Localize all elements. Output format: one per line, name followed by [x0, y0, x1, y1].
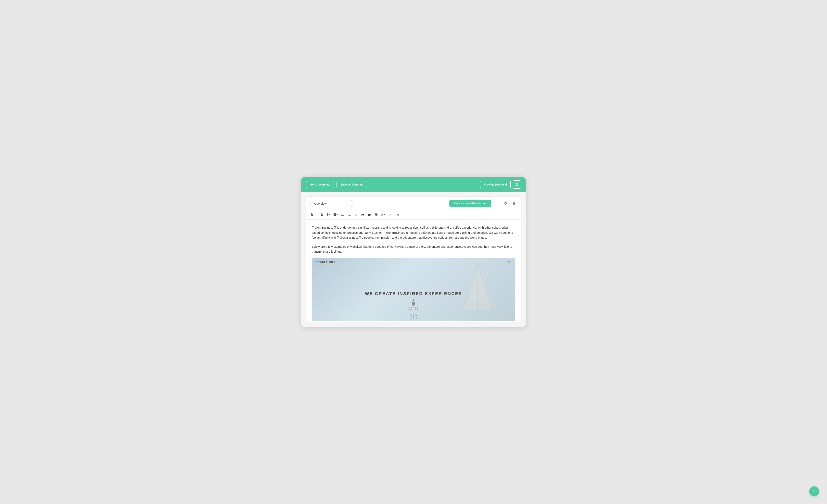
video-icon	[368, 213, 371, 216]
unordered-list-button[interactable]	[346, 212, 352, 217]
svg-line-5	[414, 305, 416, 309]
section-header: Save as reusable section	[306, 197, 521, 210]
chevrons-icon: ❯ ❯ ❯ ❯ ❯ ❯	[410, 314, 417, 320]
link-button[interactable]	[353, 212, 359, 217]
align-button[interactable]: ☰ ▾	[332, 212, 339, 217]
preview-proposal-button[interactable]: Preview Proposal	[480, 181, 511, 188]
move-section-button[interactable]	[503, 201, 508, 207]
cyclist-illustration	[406, 299, 421, 311]
image-button[interactable]	[360, 212, 366, 217]
code-button[interactable]: </>	[394, 213, 401, 217]
svg-point-2	[412, 299, 415, 301]
delete-section-button[interactable]	[512, 201, 517, 207]
ordered-list-button[interactable]	[340, 212, 346, 217]
save-reusable-button[interactable]: Save as reusable section	[449, 200, 491, 207]
gear-settings-button[interactable]	[513, 180, 521, 189]
add-section-button[interactable]	[494, 201, 499, 207]
preview-image-container: COBBLE HILL WE CREATE IN	[312, 258, 515, 321]
underline-button[interactable]: U	[320, 212, 325, 217]
ordered-list-icon	[341, 213, 344, 216]
section-header-right: Save as reusable section	[449, 200, 517, 207]
link-icon	[354, 213, 357, 216]
preview-image-inner: COBBLE HILL WE CREATE IN	[312, 258, 515, 321]
bold-button[interactable]: B	[309, 212, 314, 217]
top-bar-right: Preview Proposal	[480, 180, 521, 189]
preview-logo: COBBLE HILL	[315, 261, 336, 264]
resize-button[interactable]	[387, 212, 393, 217]
save-as-template-button[interactable]: Save as Template	[337, 181, 367, 188]
top-bar: Go to Overview Save as Template Preview …	[301, 177, 526, 192]
resize-icon	[388, 213, 391, 216]
editor-card: Save as reusable section	[306, 197, 521, 322]
svg-line-4	[411, 305, 414, 309]
trash-icon	[512, 201, 516, 205]
bullet-list-icon	[348, 213, 351, 216]
top-bar-left: Go to Overview Save as Template	[306, 181, 367, 188]
gear-icon	[515, 182, 519, 186]
preview-hero: WE CREATE INSPIRED EXPERIENCES	[312, 266, 515, 321]
editor-toolbar: B I U ¶ ▾ ☰ ▾	[306, 210, 521, 220]
sail-illustration	[456, 263, 499, 314]
preview-headline: WE CREATE INSPIRED EXPERIENCES	[365, 291, 462, 296]
editor-body[interactable]: {{ clientBusiness }} is undergoing a sig…	[306, 220, 521, 254]
help-button[interactable]: ?	[809, 486, 819, 496]
italic-button[interactable]: I	[315, 212, 319, 217]
editor-paragraph-2: Below are a few examples of websites tha…	[312, 244, 515, 254]
table-button[interactable]	[373, 212, 379, 217]
format-button[interactable]: A ▾	[380, 213, 386, 217]
plus-icon	[495, 201, 499, 205]
main-content: Save as reusable section	[301, 192, 526, 327]
table-icon	[375, 213, 378, 216]
video-button[interactable]	[367, 212, 372, 217]
editor-paragraph-1: {{ clientBusiness }} is undergoing a sig…	[312, 225, 515, 240]
svg-point-3	[412, 301, 415, 305]
go-to-overview-button[interactable]: Go to Overview	[306, 181, 334, 188]
preview-hamburger-icon	[507, 261, 512, 264]
image-icon	[361, 213, 364, 216]
paragraph-button[interactable]: ¶ ▾	[326, 212, 331, 217]
help-icon: ?	[813, 489, 815, 494]
section-title-input[interactable]	[310, 200, 353, 207]
move-icon	[503, 201, 507, 205]
app-window: Go to Overview Save as Template Preview …	[301, 177, 526, 327]
